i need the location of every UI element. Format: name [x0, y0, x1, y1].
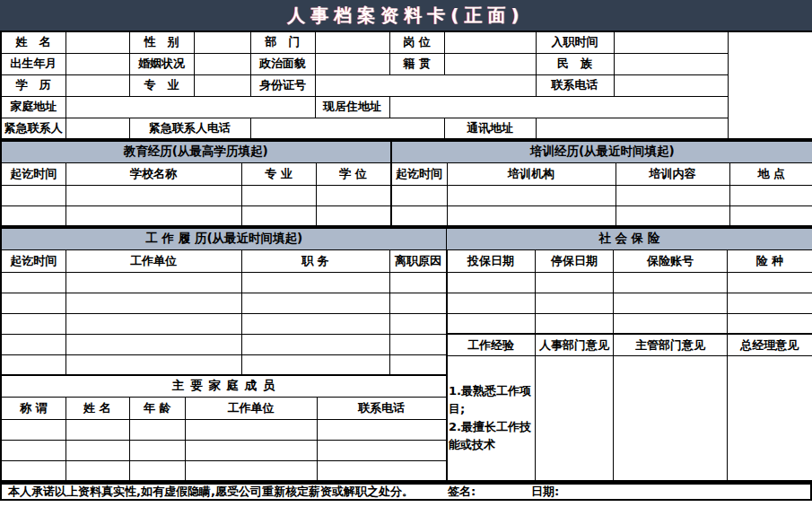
- empty-cell[interactable]: [241, 205, 316, 226]
- empty-cell[interactable]: [65, 313, 241, 334]
- edu-col-period: 起讫时间: [1, 162, 65, 185]
- empty-cell[interactable]: [614, 293, 728, 313]
- emergency-contact-input-cell[interactable]: [65, 118, 129, 139]
- empty-cell[interactable]: [185, 419, 317, 440]
- hire-date-input-cell[interactable]: [614, 31, 728, 53]
- current-address-input-cell[interactable]: [389, 96, 728, 118]
- empty-cell[interactable]: [317, 460, 447, 481]
- work-history-table: 工 作 履 历(从最近时间填起) 起讫时间 工作单位 职 务 离职原因: [0, 227, 448, 376]
- empty-cell[interactable]: [447, 313, 536, 334]
- department-input-cell[interactable]: [315, 31, 389, 53]
- gm-opinion-cell[interactable]: [728, 355, 812, 481]
- empty-cell[interactable]: [65, 460, 129, 481]
- hr-opinion-cell[interactable]: [536, 355, 614, 481]
- empty-cell[interactable]: [1, 185, 65, 205]
- position-input-cell[interactable]: [444, 31, 536, 53]
- empty-cell[interactable]: [65, 293, 241, 313]
- empty-cell[interactable]: [728, 293, 812, 313]
- id-number-input-cell[interactable]: [315, 74, 536, 96]
- birth-date-input-cell[interactable]: [65, 53, 129, 74]
- empty-cell[interactable]: [129, 440, 185, 460]
- empty-cell[interactable]: [536, 293, 614, 313]
- empty-cell[interactable]: [389, 272, 447, 293]
- empty-cell[interactable]: [1, 313, 65, 334]
- emergency-phone-input-cell[interactable]: [250, 118, 444, 139]
- empty-cell[interactable]: [1, 460, 65, 481]
- empty-cell[interactable]: [1, 419, 65, 440]
- empty-cell[interactable]: [1, 334, 65, 354]
- empty-cell[interactable]: [65, 440, 129, 460]
- ins-col-stop-date: 停保日期: [536, 249, 614, 272]
- empty-cell[interactable]: [389, 293, 447, 313]
- empty-cell[interactable]: [391, 185, 447, 205]
- empty-cell[interactable]: [536, 272, 614, 293]
- empty-cell[interactable]: [447, 205, 616, 226]
- empty-cell[interactable]: [65, 419, 129, 440]
- empty-cell[interactable]: [614, 272, 728, 293]
- empty-cell[interactable]: [317, 440, 447, 460]
- empty-cell[interactable]: [185, 460, 317, 481]
- empty-cell[interactable]: [1, 205, 65, 226]
- empty-cell[interactable]: [129, 419, 185, 440]
- major-label: 专 业: [129, 74, 194, 96]
- mailing-address-input-cell[interactable]: [536, 118, 728, 139]
- ins-col-type: 险 种: [728, 249, 812, 272]
- empty-cell[interactable]: [389, 354, 447, 375]
- empty-cell[interactable]: [728, 272, 812, 293]
- empty-cell[interactable]: [728, 313, 812, 334]
- empty-cell[interactable]: [389, 334, 447, 354]
- empty-cell[interactable]: [185, 440, 317, 460]
- empty-cell[interactable]: [129, 460, 185, 481]
- empty-cell[interactable]: [1, 354, 65, 375]
- empty-cell[interactable]: [316, 205, 390, 226]
- empty-cell[interactable]: [389, 313, 447, 334]
- empty-cell[interactable]: [65, 272, 241, 293]
- contact-phone-input-cell[interactable]: [614, 74, 728, 96]
- empty-cell[interactable]: [241, 334, 389, 354]
- ins-col-start-date: 投保日期: [447, 249, 536, 272]
- home-address-input-cell[interactable]: [65, 96, 315, 118]
- marital-status-input-cell[interactable]: [194, 53, 250, 74]
- empty-cell[interactable]: [1, 293, 65, 313]
- empty-cell[interactable]: [317, 419, 447, 440]
- train-col-location: 地 点: [729, 162, 812, 185]
- gender-label: 性 别: [129, 31, 194, 53]
- education-table: 教育经历(从最高学历填起) 起讫时间 学校名称 专 业 学 位: [0, 140, 391, 227]
- edu-col-school: 学校名称: [65, 162, 241, 185]
- empty-cell[interactable]: [241, 293, 389, 313]
- name-input-cell[interactable]: [65, 31, 129, 53]
- native-place-input-cell[interactable]: [444, 53, 536, 74]
- political-status-input-cell[interactable]: [315, 53, 389, 74]
- empty-cell[interactable]: [241, 354, 389, 375]
- empty-cell[interactable]: [1, 440, 65, 460]
- empty-cell[interactable]: [65, 205, 241, 226]
- empty-cell[interactable]: [241, 313, 389, 334]
- empty-cell[interactable]: [447, 272, 536, 293]
- photo-cell[interactable]: [728, 31, 812, 139]
- supervisor-opinion-cell[interactable]: [614, 355, 728, 481]
- training-table: 培训经历(从最近时间填起) 起讫时间 培训机构 培训内容 地 点: [391, 140, 812, 227]
- empty-cell[interactable]: [616, 185, 729, 205]
- empty-cell[interactable]: [65, 334, 241, 354]
- empty-cell[interactable]: [65, 185, 241, 205]
- empty-cell[interactable]: [729, 205, 812, 226]
- empty-cell[interactable]: [241, 272, 389, 293]
- opinion-col-gm: 总经理意见: [728, 334, 812, 355]
- family-col-employer: 工作单位: [185, 397, 317, 419]
- empty-cell[interactable]: [65, 354, 241, 375]
- empty-cell[interactable]: [614, 313, 728, 334]
- empty-cell[interactable]: [616, 205, 729, 226]
- empty-cell[interactable]: [391, 205, 447, 226]
- education-input-cell[interactable]: [65, 74, 129, 96]
- major-input-cell[interactable]: [194, 74, 250, 96]
- gender-input-cell[interactable]: [194, 31, 250, 53]
- ethnicity-input-cell[interactable]: [614, 53, 728, 74]
- empty-cell[interactable]: [447, 293, 536, 313]
- empty-cell[interactable]: [316, 185, 390, 205]
- work-col-leave-reason: 离职原因: [389, 249, 447, 272]
- empty-cell[interactable]: [729, 185, 812, 205]
- empty-cell[interactable]: [1, 272, 65, 293]
- empty-cell[interactable]: [241, 185, 316, 205]
- empty-cell[interactable]: [447, 185, 616, 205]
- empty-cell[interactable]: [536, 313, 614, 334]
